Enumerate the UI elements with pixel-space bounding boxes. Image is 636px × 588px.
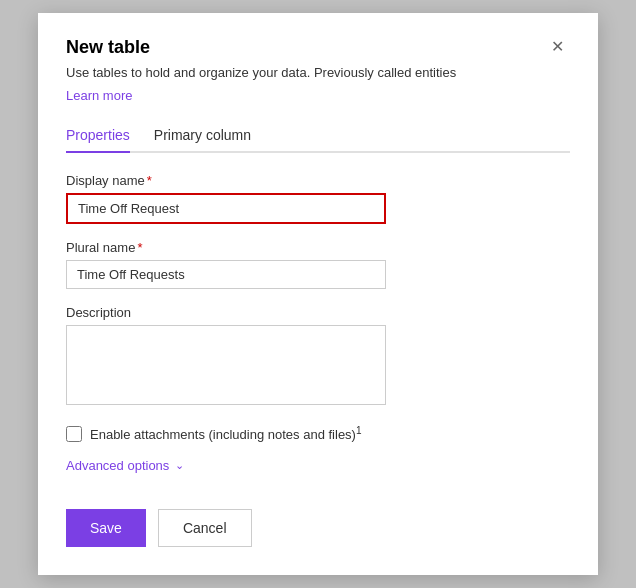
learn-more-link[interactable]: Learn more: [66, 88, 132, 103]
attachments-row: Enable attachments (including notes and …: [66, 425, 570, 442]
modal-header: New table ✕: [66, 37, 570, 58]
tab-bar: Properties Primary column: [66, 119, 570, 153]
description-label: Description: [66, 305, 570, 320]
required-star: *: [147, 173, 152, 188]
modal-description: Use tables to hold and organize your dat…: [66, 64, 570, 82]
tab-properties[interactable]: Properties: [66, 119, 130, 153]
tab-primary-column[interactable]: Primary column: [154, 119, 251, 153]
description-textarea[interactable]: [66, 325, 386, 405]
checkbox-superscript: 1: [356, 425, 362, 436]
new-table-modal: New table ✕ Use tables to hold and organ…: [38, 13, 598, 576]
save-button[interactable]: Save: [66, 509, 146, 547]
modal-overlay: New table ✕ Use tables to hold and organ…: [0, 0, 636, 588]
chevron-down-icon: ⌄: [175, 459, 184, 472]
attachments-label: Enable attachments (including notes and …: [90, 425, 362, 442]
modal-title: New table: [66, 37, 150, 58]
modal-footer: Save Cancel: [66, 501, 570, 547]
cancel-button[interactable]: Cancel: [158, 509, 252, 547]
display-name-group: Display name*: [66, 173, 570, 224]
display-name-label: Display name*: [66, 173, 570, 188]
advanced-options-button[interactable]: Advanced options ⌄: [66, 458, 184, 473]
plural-required-star: *: [137, 240, 142, 255]
plural-name-group: Plural name*: [66, 240, 570, 289]
description-group: Description: [66, 305, 570, 409]
plural-name-label: Plural name*: [66, 240, 570, 255]
attachments-checkbox[interactable]: [66, 426, 82, 442]
close-button[interactable]: ✕: [545, 37, 570, 57]
display-name-input[interactable]: [66, 193, 386, 224]
advanced-options-label: Advanced options: [66, 458, 169, 473]
plural-name-input[interactable]: [66, 260, 386, 289]
